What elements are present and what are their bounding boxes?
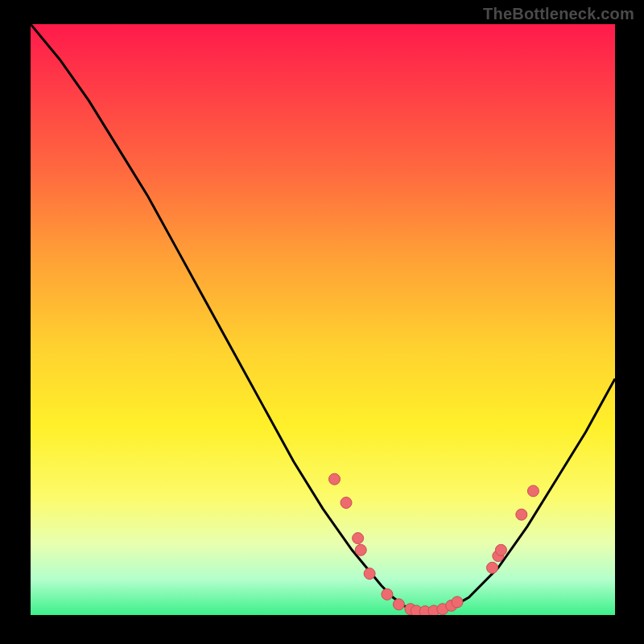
data-points: [329, 473, 539, 615]
data-point: [329, 473, 341, 485]
chart-frame: TheBottleneck.com: [0, 0, 644, 644]
curve-path: [31, 24, 615, 612]
bottleneck-curve: [31, 24, 615, 615]
plot-area: [31, 24, 615, 615]
data-point: [353, 533, 364, 544]
data-point: [495, 544, 506, 555]
data-point: [452, 597, 463, 608]
data-point: [393, 599, 404, 610]
data-point: [527, 485, 539, 497]
attribution-text: TheBottleneck.com: [483, 5, 634, 23]
data-point: [355, 544, 366, 555]
data-point: [341, 497, 352, 509]
data-point: [364, 568, 375, 580]
data-point: [487, 562, 498, 573]
data-point: [516, 509, 527, 520]
data-point: [382, 588, 393, 600]
